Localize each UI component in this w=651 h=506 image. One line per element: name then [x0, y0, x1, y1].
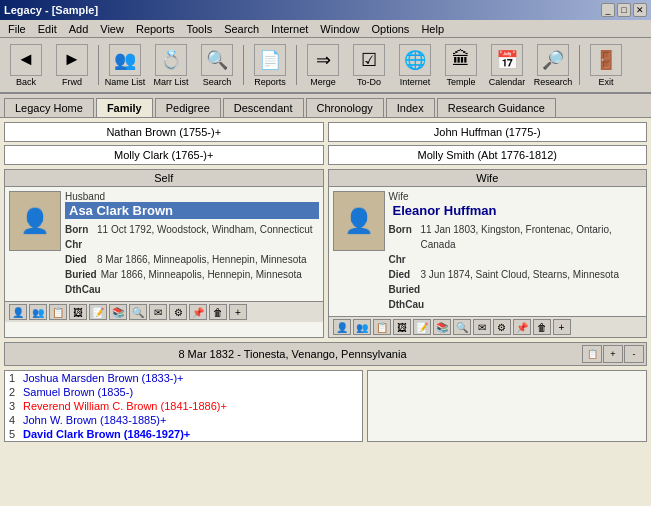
forward-button[interactable]: ► Frwd: [50, 40, 94, 90]
wife-died-label: Died: [389, 267, 417, 282]
wife-tool-6[interactable]: 📚: [433, 319, 451, 335]
calendar-button[interactable]: 📅 Calendar: [485, 40, 529, 90]
husb-tool-5[interactable]: 📝: [89, 304, 107, 320]
wife-name[interactable]: Eleanor Huffman: [389, 202, 643, 219]
menu-search[interactable]: Search: [218, 22, 265, 36]
namelist-button[interactable]: 👥 Name List: [103, 40, 147, 90]
husb-tool-7[interactable]: 🔍: [129, 304, 147, 320]
reports-button[interactable]: 📄 Reports: [248, 40, 292, 90]
marriage-btn-2[interactable]: +: [603, 345, 623, 363]
tab-chronology[interactable]: Chronology: [306, 98, 384, 117]
menu-tools[interactable]: Tools: [180, 22, 218, 36]
wife-tool-9[interactable]: ⚙: [493, 319, 511, 335]
husb-tool-10[interactable]: 📌: [189, 304, 207, 320]
temple-button[interactable]: 🏛 Temple: [439, 40, 483, 90]
maximize-button[interactable]: □: [617, 3, 631, 17]
namelist-icon: 👥: [109, 44, 141, 76]
wife-tool-4[interactable]: 🖼: [393, 319, 411, 335]
wife-tool-2[interactable]: 👥: [353, 319, 371, 335]
menu-file[interactable]: File: [2, 22, 32, 36]
husband-born-row: Born 11 Oct 1792, Woodstock, Windham, Co…: [65, 222, 319, 237]
merge-button[interactable]: ⇒ Merge: [301, 40, 345, 90]
husb-tool-9[interactable]: ⚙: [169, 304, 187, 320]
exit-button[interactable]: 🚪 Exit: [584, 40, 628, 90]
menu-internet[interactable]: Internet: [265, 22, 314, 36]
menu-edit[interactable]: Edit: [32, 22, 63, 36]
tab-index[interactable]: Index: [386, 98, 435, 117]
merge-icon: ⇒: [307, 44, 339, 76]
toolbar: ◄ Back ► Frwd 👥 Name List 💍 Marr List 🔍 …: [0, 38, 651, 94]
husb-tool-12[interactable]: +: [229, 304, 247, 320]
menu-window[interactable]: Window: [314, 22, 365, 36]
child-row-2[interactable]: 2 Samuel Brown (1835-): [5, 385, 362, 399]
close-button[interactable]: ✕: [633, 3, 647, 17]
husband-mother[interactable]: Molly Clark (1765-)+: [4, 145, 324, 165]
toolbar-sep-4: [579, 45, 580, 85]
marriage-btn-3[interactable]: -: [624, 345, 644, 363]
wife-buried-label: Buried: [389, 282, 421, 297]
child-row-3[interactable]: 3 Reverend William C. Brown (1841-1886)+: [5, 399, 362, 413]
child-name-1[interactable]: Joshua Marsden Brown (1833-)+: [23, 372, 184, 384]
wife-tool-11[interactable]: 🗑: [533, 319, 551, 335]
search-button[interactable]: 🔍 Search: [195, 40, 239, 90]
children-list: 1 Joshua Marsden Brown (1833-)+ 2 Samuel…: [4, 370, 363, 442]
wife-photo[interactable]: 👤: [333, 191, 385, 251]
wife-father[interactable]: John Huffman (1775-): [328, 122, 648, 142]
menu-reports[interactable]: Reports: [130, 22, 181, 36]
husband-died-value: 8 Mar 1866, Minneapolis, Hennepin, Minne…: [97, 252, 307, 267]
minimize-button[interactable]: _: [601, 3, 615, 17]
wife-born-row: Born 11 Jan 1803, Kingston, Frontenac, O…: [389, 222, 643, 252]
husb-tool-11[interactable]: 🗑: [209, 304, 227, 320]
todo-label: To-Do: [357, 78, 381, 87]
child-name-3[interactable]: Reverend William C. Brown (1841-1886)+: [23, 400, 227, 412]
child-name-4[interactable]: John W. Brown (1843-1885)+: [23, 414, 166, 426]
child-row-1[interactable]: 1 Joshua Marsden Brown (1833-)+: [5, 371, 362, 385]
tab-research[interactable]: Research Guidance: [437, 98, 556, 117]
parents-section: Nathan Brown (1755-)+ Molly Clark (1765-…: [4, 122, 647, 165]
tab-descendant[interactable]: Descendant: [223, 98, 304, 117]
menu-options[interactable]: Options: [365, 22, 415, 36]
husband-photo[interactable]: 👤: [9, 191, 61, 251]
child-name-5[interactable]: David Clark Brown (1846-1927)+: [23, 428, 190, 440]
wife-role-label: Wife: [389, 191, 643, 202]
tab-legacyhome[interactable]: Legacy Home: [4, 98, 94, 117]
husband-father[interactable]: Nathan Brown (1755-)+: [4, 122, 324, 142]
menu-help[interactable]: Help: [415, 22, 450, 36]
wife-tool-1[interactable]: 👤: [333, 319, 351, 335]
marriagelist-button[interactable]: 💍 Marr List: [149, 40, 193, 90]
toolbar-sep-2: [243, 45, 244, 85]
husb-tool-8[interactable]: ✉: [149, 304, 167, 320]
todo-button[interactable]: ☑ To-Do: [347, 40, 391, 90]
husband-died-label: Died: [65, 252, 93, 267]
menu-view[interactable]: View: [94, 22, 130, 36]
child-row-4[interactable]: 4 John W. Brown (1843-1885)+: [5, 413, 362, 427]
child-name-2[interactable]: Samuel Brown (1835-): [23, 386, 133, 398]
research-button[interactable]: 🔎 Research: [531, 40, 575, 90]
marriage-date[interactable]: 8 Mar 1832 - Tionesta, Venango, Pennsylv…: [5, 345, 580, 363]
husb-tool-3[interactable]: 📋: [49, 304, 67, 320]
todo-icon: ☑: [353, 44, 385, 76]
child-row-5[interactable]: 5 David Clark Brown (1846-1927)+: [5, 427, 362, 441]
husband-toolbar: 👤 👥 📋 🖼 📝 📚 🔍 ✉ ⚙ 📌 🗑 +: [5, 301, 323, 322]
wife-tool-5[interactable]: 📝: [413, 319, 431, 335]
husb-tool-6[interactable]: 📚: [109, 304, 127, 320]
tab-family[interactable]: Family: [96, 98, 153, 117]
child-num-4: 4: [9, 414, 23, 426]
search-label: Search: [203, 78, 232, 87]
husband-name[interactable]: Asa Clark Brown: [65, 202, 319, 219]
wife-tool-12[interactable]: +: [553, 319, 571, 335]
back-button[interactable]: ◄ Back: [4, 40, 48, 90]
wife-tool-7[interactable]: 🔍: [453, 319, 471, 335]
menu-add[interactable]: Add: [63, 22, 95, 36]
internet-button[interactable]: 🌐 Internet: [393, 40, 437, 90]
tab-pedigree[interactable]: Pedigree: [155, 98, 221, 117]
wife-tool-3[interactable]: 📋: [373, 319, 391, 335]
husb-tool-2[interactable]: 👥: [29, 304, 47, 320]
husb-tool-1[interactable]: 👤: [9, 304, 27, 320]
husband-dthcau-row: DthCau: [65, 282, 319, 297]
wife-mother[interactable]: Molly Smith (Abt 1776-1812): [328, 145, 648, 165]
wife-tool-10[interactable]: 📌: [513, 319, 531, 335]
wife-tool-8[interactable]: ✉: [473, 319, 491, 335]
marriage-btn-1[interactable]: 📋: [582, 345, 602, 363]
husb-tool-4[interactable]: 🖼: [69, 304, 87, 320]
